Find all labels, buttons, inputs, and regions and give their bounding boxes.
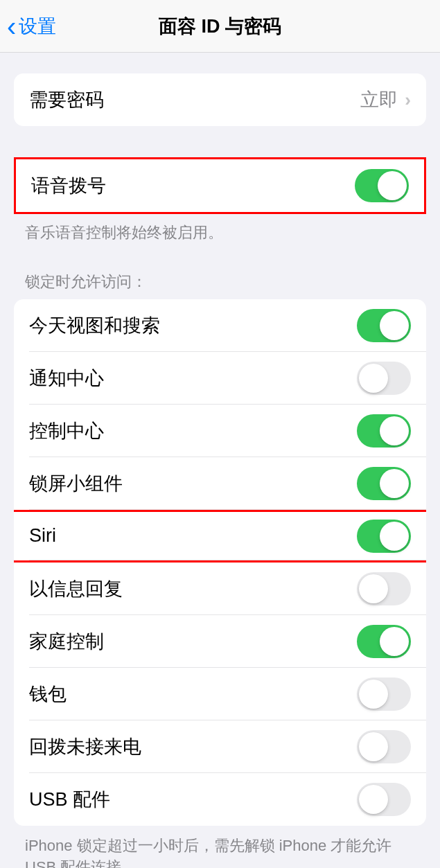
row-label: 以信息回复 xyxy=(29,576,357,601)
divider xyxy=(29,560,426,560)
lock-item-控制中心: 控制中心 xyxy=(14,405,426,457)
voice-dial-toggle[interactable] xyxy=(355,169,409,202)
row-label: 今天视图和搜索 xyxy=(29,313,357,338)
toggle-knob xyxy=(380,627,409,656)
lock-item-usb-配件: USB 配件 xyxy=(14,773,426,826)
toggle-家庭控制[interactable] xyxy=(357,625,411,658)
chevron-left-icon: ‹ xyxy=(7,12,16,40)
toggle-控制中心[interactable] xyxy=(357,414,411,448)
toggle-knob xyxy=(359,574,388,603)
lock-item-以信息回复: 以信息回复 xyxy=(14,563,426,615)
voice-dial-footer: 音乐语音控制将始终被启用。 xyxy=(0,214,440,244)
lock-item-家庭控制: 家庭控制 xyxy=(14,615,426,668)
row-label: 家庭控制 xyxy=(29,629,357,654)
toggle-siri[interactable] xyxy=(357,520,411,553)
row-label: USB 配件 xyxy=(29,787,357,812)
toggle-以信息回复[interactable] xyxy=(357,572,411,605)
page-title: 面容 ID 与密码 xyxy=(0,14,440,39)
toggle-钱包[interactable] xyxy=(357,677,411,711)
row-label: 回拨未接来电 xyxy=(29,734,357,759)
toggle-knob xyxy=(359,364,388,393)
toggle-knob xyxy=(380,416,409,445)
toggle-knob xyxy=(380,469,409,498)
lock-item-siri: Siri xyxy=(14,510,426,563)
lock-access-group: 今天视图和搜索通知中心控制中心锁屏小组件Siri以信息回复家庭控制钱包回拨未接来… xyxy=(14,299,426,826)
back-label: 设置 xyxy=(19,14,56,39)
row-label: 锁屏小组件 xyxy=(29,471,357,496)
lock-item-回拨未接来电: 回拨未接来电 xyxy=(14,720,426,773)
toggle-knob xyxy=(359,785,388,814)
lock-section-footer: iPhone 锁定超过一小时后，需先解锁 iPhone 才能允许 USB 配件连… xyxy=(0,826,440,868)
toggle-usb-配件[interactable] xyxy=(357,783,411,816)
navigation-bar: ‹ 设置 面容 ID 与密码 xyxy=(0,0,440,53)
row-label: 钱包 xyxy=(29,682,357,707)
toggle-今天视图和搜索[interactable] xyxy=(357,309,411,342)
toggle-knob xyxy=(380,311,409,340)
lock-item-钱包: 钱包 xyxy=(14,668,426,720)
toggle-回拨未接来电[interactable] xyxy=(357,730,411,763)
row-label: 通知中心 xyxy=(29,366,357,391)
row-label: 需要密码 xyxy=(29,87,360,112)
toggle-knob xyxy=(378,171,407,200)
require-passcode-row[interactable]: 需要密码 立即 › xyxy=(14,73,426,126)
toggle-knob xyxy=(380,522,409,551)
toggle-锁屏小组件[interactable] xyxy=(357,467,411,500)
row-label: 控制中心 xyxy=(29,418,357,443)
back-button[interactable]: ‹ 设置 xyxy=(0,12,56,40)
lock-section-header: 锁定时允许访问： xyxy=(0,244,440,299)
voice-dial-group: 语音拨号 xyxy=(14,157,426,214)
row-label: Siri xyxy=(29,525,357,547)
lock-item-锁屏小组件: 锁屏小组件 xyxy=(14,457,426,510)
content: 需要密码 立即 › 语音拨号 音乐语音控制将始终被启用。 锁定时允许访问： 今天… xyxy=(0,73,440,868)
toggle-通知中心[interactable] xyxy=(357,362,411,395)
voice-dial-row: 语音拨号 xyxy=(16,159,424,212)
lock-item-通知中心: 通知中心 xyxy=(14,352,426,405)
passcode-group: 需要密码 立即 › xyxy=(14,73,426,126)
row-value: 立即 xyxy=(360,87,398,112)
row-label: 语音拨号 xyxy=(31,173,355,198)
chevron-right-icon: › xyxy=(405,89,411,111)
lock-item-今天视图和搜索: 今天视图和搜索 xyxy=(14,299,426,352)
toggle-knob xyxy=(359,732,388,761)
toggle-knob xyxy=(359,680,388,709)
